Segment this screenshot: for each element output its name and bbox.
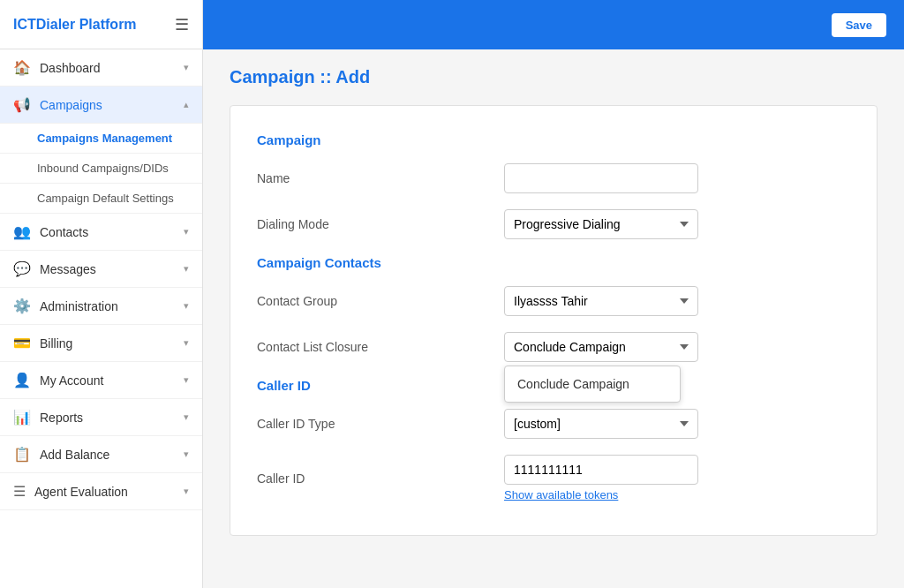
- contact-list-closure-select[interactable]: Conclude Campaign Restart Campaign Keep …: [504, 332, 698, 362]
- contact-list-closure-control: Conclude Campaign Restart Campaign Keep …: [504, 332, 698, 362]
- chevron-down-icon: ▾: [184, 337, 189, 349]
- dialing-mode-control: Progressive Dialing Predictive Dialing P…: [504, 209, 698, 239]
- show-tokens-link[interactable]: Show available tokens: [504, 488, 618, 501]
- contact-group-label: Contact Group: [257, 294, 504, 308]
- sidebar-item-reports[interactable]: 📊 Reports ▾: [0, 399, 202, 436]
- field-dialing-mode-row: Dialing Mode Progressive Dialing Predict…: [257, 209, 850, 239]
- caller-id-label: Caller ID: [257, 471, 504, 486]
- chevron-down-icon: ▾: [184, 263, 189, 275]
- contact-group-control: Ilyassss Tahir: [504, 286, 698, 316]
- chevron-down-icon: ▾: [184, 449, 189, 460]
- sidebar-item-billing[interactable]: 💳 Billing ▾: [0, 325, 202, 362]
- form-card: Campaign Name Dialing Mode Progressive D…: [230, 105, 878, 536]
- sidebar-item-campaign-default-settings[interactable]: Campaign Default Settings: [0, 184, 202, 214]
- contact-group-select[interactable]: Ilyassss Tahir: [504, 286, 698, 316]
- sidebar-item-campaigns[interactable]: 📢 Campaigns ▴: [0, 87, 202, 124]
- add-balance-icon: 📋: [13, 446, 31, 463]
- main-area: Save Campaign :: Add Campaign Name Diali…: [203, 0, 904, 588]
- chevron-up-icon: ▴: [184, 99, 189, 110]
- sidebar-item-my-account[interactable]: 👤 My Account ▾: [0, 362, 202, 399]
- field-contact-group-row: Contact Group Ilyassss Tahir: [257, 286, 850, 316]
- chevron-down-icon: ▾: [184, 226, 189, 237]
- chevron-down-icon: ▾: [184, 62, 189, 73]
- dialing-mode-select[interactable]: Progressive Dialing Predictive Dialing P…: [504, 209, 698, 239]
- sidebar-header: ICTDialer Platform ☰: [0, 0, 202, 49]
- account-icon: 👤: [13, 372, 31, 388]
- caller-id-type-select[interactable]: [custom] From Contact From DID: [504, 409, 698, 439]
- sidebar-subitem-label: Campaign Default Settings: [37, 192, 174, 205]
- name-label: Name: [257, 171, 504, 185]
- field-contact-list-closure-row: Contact List Closure Conclude Campaign R…: [257, 332, 850, 362]
- chevron-down-icon: ▾: [184, 486, 189, 497]
- hamburger-icon[interactable]: ☰: [175, 15, 189, 34]
- field-name-row: Name: [257, 163, 850, 193]
- sidebar-nav: 🏠 Dashboard ▾ 📢 Campaigns ▴ Campaigns Ma…: [0, 49, 202, 588]
- sidebar-item-contacts[interactable]: 👥 Contacts ▾: [0, 214, 202, 251]
- sidebar-item-add-balance[interactable]: 📋 Add Balance ▾: [0, 436, 202, 473]
- home-icon: 🏠: [13, 59, 31, 76]
- agent-icon: ☰: [13, 483, 26, 500]
- name-input[interactable]: [504, 163, 698, 193]
- sidebar-item-label: Contacts: [40, 225, 88, 239]
- dialing-mode-label: Dialing Mode: [257, 217, 504, 231]
- caller-id-type-control: [custom] From Contact From DID: [504, 409, 698, 439]
- caller-id-input[interactable]: [504, 455, 698, 485]
- sidebar-item-label: Billing: [40, 336, 72, 351]
- campaigns-submenu: Campaigns Management Inbound Campaigns/D…: [0, 124, 202, 214]
- sidebar: ICTDialer Platform ☰ 🏠 Dashboard ▾ 📢 Cam…: [0, 0, 203, 588]
- sidebar-item-label: Add Balance: [40, 448, 109, 462]
- sidebar-item-label: Reports: [40, 411, 83, 425]
- contacts-icon: 👥: [13, 223, 31, 240]
- chevron-down-icon: ▾: [184, 374, 189, 386]
- app-logo: ICTDialer Platform: [13, 17, 137, 33]
- reports-icon: 📊: [13, 409, 31, 426]
- section-campaign-title: Campaign: [257, 132, 850, 147]
- chevron-down-icon: ▾: [184, 300, 189, 312]
- sidebar-subitem-label: Inbound Campaigns/DIDs: [37, 162, 169, 175]
- sidebar-item-label: My Account: [40, 373, 103, 388]
- field-caller-id-type-row: Caller ID Type [custom] From Contact Fro…: [257, 409, 850, 439]
- contact-list-closure-label: Contact List Closure: [257, 340, 504, 354]
- save-button[interactable]: Save: [832, 13, 886, 37]
- contact-list-closure-popup: Conclude Campaign: [504, 366, 681, 403]
- sidebar-item-label: Administration: [40, 299, 118, 313]
- sidebar-item-label: Messages: [40, 262, 96, 276]
- sidebar-item-label: Campaigns: [40, 98, 102, 112]
- sidebar-item-label: Agent Evaluation: [34, 485, 128, 499]
- caller-id-type-label: Caller ID Type: [257, 417, 504, 431]
- billing-icon: 💳: [13, 335, 31, 351]
- megaphone-icon: 📢: [13, 96, 31, 113]
- content-area: Campaign :: Add Campaign Name Dialing Mo…: [203, 49, 904, 588]
- gear-icon: ⚙️: [13, 298, 31, 314]
- field-caller-id-row: Caller ID Show available tokens: [257, 455, 850, 501]
- page-title: Campaign :: Add: [230, 67, 878, 87]
- popup-item-conclude[interactable]: Conclude Campaign: [505, 370, 680, 398]
- sidebar-item-administration[interactable]: ⚙️ Administration ▾: [0, 288, 202, 325]
- chevron-down-icon: ▾: [184, 411, 189, 423]
- caller-id-control: Show available tokens: [504, 455, 698, 501]
- topbar: Save: [203, 0, 904, 49]
- sidebar-item-messages[interactable]: 💬 Messages ▾: [0, 251, 202, 288]
- sidebar-item-dashboard[interactable]: 🏠 Dashboard ▾: [0, 49, 202, 87]
- sidebar-item-agent-evaluation[interactable]: ☰ Agent Evaluation ▾: [0, 473, 202, 510]
- sidebar-item-campaigns-management[interactable]: Campaigns Management: [0, 124, 202, 154]
- sidebar-item-label: Dashboard: [40, 61, 101, 75]
- messages-icon: 💬: [13, 260, 31, 277]
- name-control: [504, 163, 698, 193]
- section-campaign-contacts-title: Campaign Contacts: [257, 255, 850, 270]
- sidebar-subitem-label: Campaigns Management: [37, 132, 172, 145]
- sidebar-item-inbound-campaigns[interactable]: Inbound Campaigns/DIDs: [0, 154, 202, 184]
